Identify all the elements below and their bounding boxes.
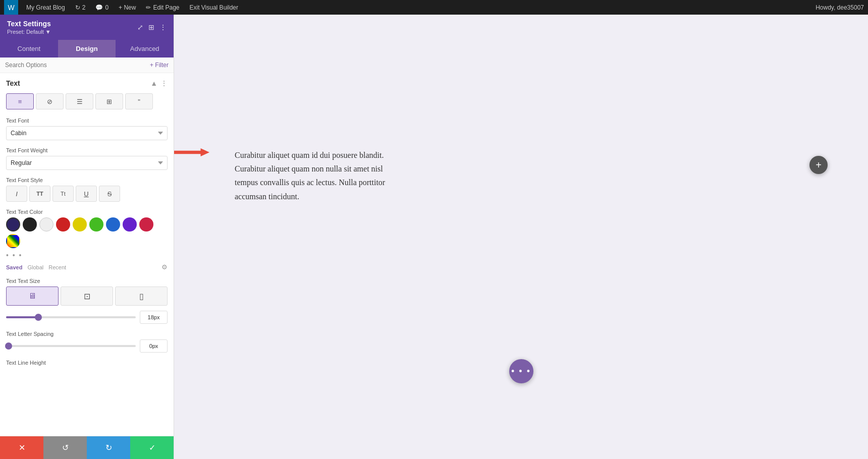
section-more-icon[interactable]: ⋮ xyxy=(160,79,168,87)
edit-page-bar-item[interactable]: ✏ Edit Page xyxy=(142,0,183,15)
site-name-bar-item[interactable]: My Great Blog xyxy=(22,0,69,15)
redo-button[interactable]: ↻ xyxy=(87,436,130,459)
close-button[interactable]: ✕ xyxy=(0,436,43,459)
color-swatch-yellow[interactable] xyxy=(73,217,87,232)
filter-button[interactable]: + Filter xyxy=(150,62,169,69)
section-title: Text xyxy=(6,79,20,87)
site-name: My Great Blog xyxy=(26,4,65,11)
size-device-group: 🖥 ⊡ ▯ xyxy=(6,286,168,306)
panel-preset[interactable]: Preset: Default ▼ xyxy=(7,29,51,35)
color-swatch-blue[interactable] xyxy=(106,217,120,232)
updates-bar-item[interactable]: ↻ 2 xyxy=(71,0,90,15)
color-swatch-purple[interactable] xyxy=(123,217,137,232)
canvas: Curabitur aliquet quam id dui posuere bl… xyxy=(174,15,868,459)
tab-advanced[interactable]: Advanced xyxy=(116,40,174,58)
line-height-label: Text Line Height xyxy=(6,360,168,366)
red-arrow xyxy=(174,148,209,156)
tab-content[interactable]: Content xyxy=(0,40,58,58)
bar-right: Howdy, dee35007 xyxy=(816,4,864,11)
page-content: Curabitur aliquet quam id dui posuere bl… xyxy=(235,148,401,203)
body-text: Curabitur aliquet quam id dui posuere bl… xyxy=(235,148,401,203)
size-slider-thumb[interactable] xyxy=(35,314,42,321)
text-section-header: Text ▲ ⋮ xyxy=(6,79,168,87)
save-icon: ✓ xyxy=(149,443,155,452)
line-height-field: Text Line Height xyxy=(6,360,168,366)
style-button-group: I TT Tt U S xyxy=(6,186,168,202)
italic-button[interactable]: I xyxy=(6,186,27,202)
comments-bar-item[interactable]: 💬 0 xyxy=(91,0,113,15)
more-icon[interactable]: ⋮ xyxy=(159,23,167,31)
search-input[interactable] xyxy=(5,62,150,69)
edit-page-label: Edit Page xyxy=(153,4,179,11)
underline-button[interactable]: U xyxy=(76,186,97,202)
color-swatches xyxy=(6,217,168,248)
desktop-size-btn[interactable]: 🖥 xyxy=(6,286,59,306)
tablet-size-btn[interactable]: ⊡ xyxy=(61,286,113,306)
ol-button[interactable]: ⊞ xyxy=(95,93,123,109)
capitalize-button[interactable]: Tt xyxy=(52,186,74,202)
size-slider-track[interactable] xyxy=(6,316,136,318)
exit-builder-bar-item[interactable]: Exit Visual Builder xyxy=(185,0,242,15)
quote-button[interactable]: " xyxy=(125,93,153,109)
undo-button[interactable]: ↺ xyxy=(43,436,87,459)
text-size-field: Text Text Size 🖥 ⊡ ▯ 18px xyxy=(6,278,168,324)
color-tab-recent[interactable]: Recent xyxy=(48,264,66,270)
search-bar: + Filter xyxy=(0,58,174,73)
color-label: Text Text Color xyxy=(6,209,168,215)
panel-header-info: Text Settings Preset: Default ▼ xyxy=(7,20,51,35)
font-select[interactable]: Cabin Arial Georgia xyxy=(6,126,168,140)
font-weight-select[interactable]: Regular Bold Light xyxy=(6,156,168,170)
add-content-button[interactable]: + xyxy=(809,156,828,174)
panel-title: Text Settings xyxy=(7,20,51,28)
tab-design[interactable]: Design xyxy=(58,40,116,58)
text-font-field: Text Font Cabin Arial Georgia xyxy=(6,118,168,140)
exit-builder-label: Exit Visual Builder xyxy=(189,4,238,11)
letter-spacing-value[interactable]: 0px xyxy=(140,339,168,353)
letter-spacing-label: Text Letter Spacing xyxy=(6,331,168,337)
font-weight-label: Text Font Weight xyxy=(6,147,168,153)
color-swatch-green[interactable] xyxy=(89,217,103,232)
bottom-toolbar: ✕ ↺ ↻ ✓ xyxy=(0,436,174,459)
font-style-field: Text Font Style I TT Tt U S xyxy=(6,177,168,202)
letter-spacing-slider-track[interactable] xyxy=(6,345,136,347)
strikethrough-button[interactable]: S xyxy=(99,186,120,202)
new-bar-item[interactable]: + New xyxy=(115,0,140,15)
collapse-icon[interactable]: ▲ xyxy=(150,79,157,87)
mobile-size-btn[interactable]: ▯ xyxy=(115,286,168,306)
align-left-button[interactable]: ≡ xyxy=(6,93,34,109)
link-button[interactable]: ⊘ xyxy=(36,93,64,109)
more-swatches[interactable]: • • • xyxy=(6,251,168,259)
red-arrow-container xyxy=(174,148,209,156)
color-swatch-black[interactable] xyxy=(23,217,37,232)
sidebar: Text Settings Preset: Default ▼ ⤢ ⊞ ⋮ Co… xyxy=(0,15,174,459)
updates-count: 2 xyxy=(82,4,86,11)
panel-content: Text ▲ ⋮ ≡ ⊘ ☰ ⊞ " Text Font Cabin Arial xyxy=(0,73,174,436)
text-color-field: Text Text Color • • • Saved Global xyxy=(6,209,168,271)
letter-spacing-thumb[interactable] xyxy=(5,342,12,350)
fullscreen-icon[interactable]: ⤢ xyxy=(137,23,143,31)
color-swatch-white[interactable] xyxy=(39,217,53,232)
letter-spacing-slider-row: 0px xyxy=(6,339,168,353)
wp-logo[interactable]: W xyxy=(4,0,18,15)
color-swatch-red[interactable] xyxy=(56,217,70,232)
size-value[interactable]: 18px xyxy=(140,311,168,324)
color-tab-global[interactable]: Global xyxy=(27,264,43,270)
size-label: Text Text Size xyxy=(6,278,168,284)
updates-icon: ↻ xyxy=(75,4,80,11)
color-swatch-custom[interactable] xyxy=(6,234,20,248)
color-settings-icon[interactable]: ⚙ xyxy=(161,263,168,271)
size-slider-row: 18px xyxy=(6,311,168,324)
color-tab-saved[interactable]: Saved xyxy=(6,264,22,270)
save-button[interactable]: ✓ xyxy=(130,436,174,459)
tab-bar: Content Design Advanced xyxy=(0,40,174,58)
redo-icon: ↻ xyxy=(105,443,112,452)
uppercase-button[interactable]: TT xyxy=(29,186,50,202)
color-swatch-dark-purple[interactable] xyxy=(6,217,20,232)
floating-menu-button[interactable]: • • • xyxy=(509,359,533,383)
undo-icon: ↺ xyxy=(62,443,69,452)
layout-icon[interactable]: ⊞ xyxy=(148,23,154,31)
section-controls: ▲ ⋮ xyxy=(150,79,168,87)
color-swatch-pink[interactable] xyxy=(139,217,153,232)
list-button[interactable]: ☰ xyxy=(66,93,93,109)
close-icon: ✕ xyxy=(19,443,25,452)
